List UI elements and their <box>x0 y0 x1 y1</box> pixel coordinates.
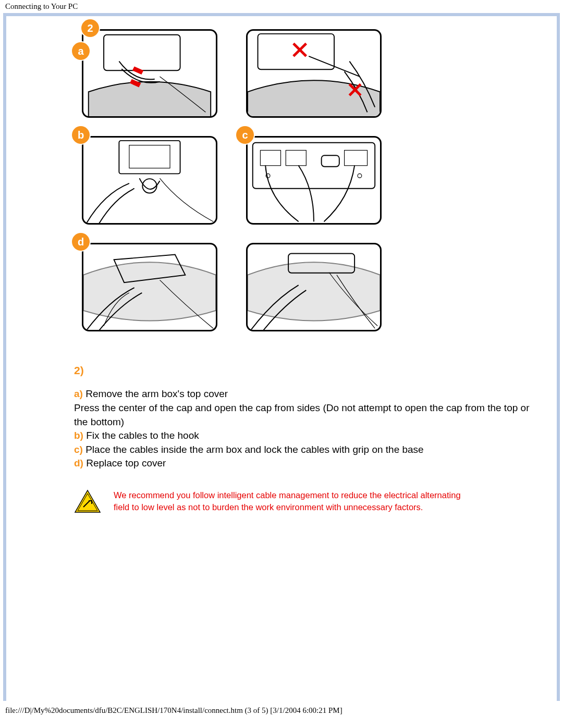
step-instructions: 2) a) Remove the arm box's top cover Pre… <box>74 363 541 471</box>
svg-rect-0 <box>104 35 180 70</box>
sketch-icon <box>248 31 380 117</box>
sketch-icon <box>83 244 216 331</box>
svg-rect-1 <box>119 141 180 174</box>
step-b: b) Fix the cables to the hook <box>74 429 541 443</box>
svg-rect-2 <box>129 145 170 168</box>
step-c-label: c) <box>74 444 83 455</box>
svg-point-14 <box>358 174 362 178</box>
step-b-text: Fix the cables to the hook <box>83 430 199 441</box>
step-a-sub: Press the center of the cap and open the… <box>74 401 541 429</box>
header-title: Connecting to Your PC <box>5 2 78 10</box>
illustration-box <box>246 136 382 225</box>
sketch-icon <box>83 31 216 117</box>
step-c: c) Place the cables inside the arm box a… <box>74 443 541 457</box>
step-number: 2) <box>74 363 541 378</box>
step-a: a) Remove the arm box's top cover <box>74 387 541 401</box>
illustration-box <box>82 136 217 225</box>
illustration-box <box>82 243 217 331</box>
panel-d2 <box>238 235 382 331</box>
svg-rect-15 <box>322 155 339 166</box>
footer-text: file:///D|/My%20documents/dfu/B2C/ENGLIS… <box>5 706 342 714</box>
badge-a: a <box>72 42 90 60</box>
warning-note: We recommend you follow intelligent cabl… <box>74 489 541 515</box>
svg-rect-11 <box>286 150 306 165</box>
page-footer: file:///D|/My%20documents/dfu/B2C/ENGLIS… <box>0 701 563 718</box>
panel-c: c <box>238 128 382 225</box>
sketch-icon <box>248 244 380 331</box>
sketch-icon <box>83 138 216 224</box>
panel-b: b <box>74 128 217 225</box>
illustration-col-right: c <box>238 21 382 331</box>
panel-d: d <box>74 235 217 331</box>
content-frame: 2 a <box>3 13 560 701</box>
step-a-label: a) <box>74 388 83 399</box>
badge-d: d <box>72 233 90 251</box>
step-d-label: d) <box>74 458 83 468</box>
panel-a-wrong <box>238 21 382 118</box>
illustration-box <box>82 29 217 118</box>
illustration-col-left: 2 a <box>74 21 217 331</box>
panel-2a: 2 a <box>74 21 217 118</box>
step-d: d) Replace top cover <box>74 456 541 471</box>
badge-c: c <box>236 126 254 144</box>
illustration-box <box>246 243 382 331</box>
sketch-icon <box>248 138 380 224</box>
step-d-text: Replace top cover <box>83 458 166 468</box>
svg-rect-4 <box>258 34 335 69</box>
svg-rect-10 <box>260 150 280 165</box>
step-c-text: Place the cables inside the arm box and … <box>83 444 424 455</box>
page-header: Connecting to Your PC <box>0 0 563 13</box>
page-body: 2 a <box>6 16 557 701</box>
warning-text: We recommend you follow intelligent cabl… <box>114 489 479 513</box>
step-b-label: b) <box>74 430 83 441</box>
badge-b: b <box>72 126 90 144</box>
badge-step-2: 2 <box>81 19 99 37</box>
svg-rect-12 <box>345 150 368 165</box>
illustration-box <box>246 29 382 118</box>
warning-icon <box>74 489 101 515</box>
illustration-grid: 2 a <box>74 21 541 331</box>
step-a-text: Remove the arm box's top cover <box>83 388 228 399</box>
